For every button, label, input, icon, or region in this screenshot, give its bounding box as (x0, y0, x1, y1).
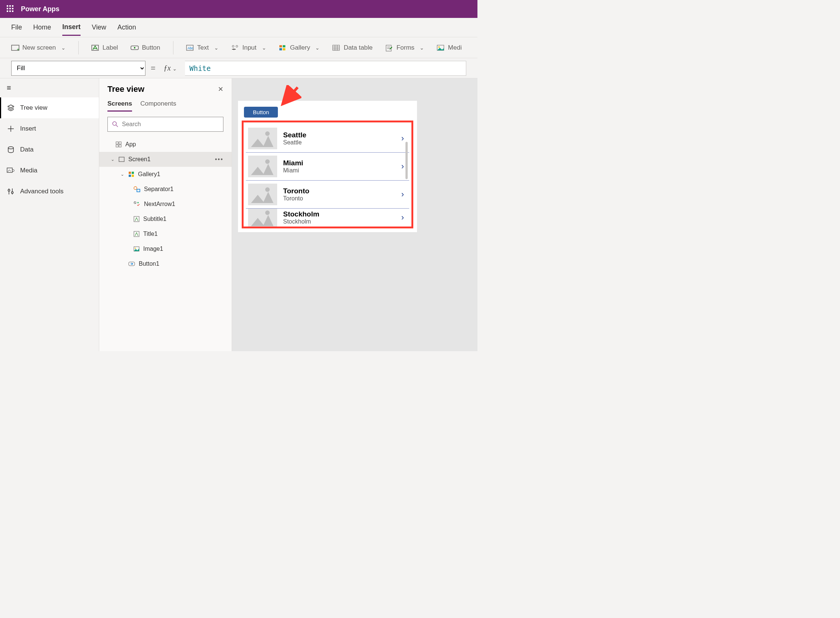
rail-tree-view[interactable]: Tree view (0, 97, 99, 118)
tree-node-gallery1[interactable]: ⌄ Gallery1 (99, 167, 232, 182)
media-rail-icon (7, 166, 15, 175)
gallery-item[interactable]: SeattleSeattle › (246, 125, 409, 153)
svg-text:Abc: Abc (188, 46, 194, 50)
ribbon-label[interactable]: Label (91, 44, 118, 52)
plus-icon (7, 125, 15, 133)
menu-bar: File Home Insert View Action (0, 18, 477, 37)
close-icon[interactable]: ✕ (218, 85, 224, 93)
tree-search-input[interactable] (122, 121, 219, 128)
ribbon-media-label: Medi (448, 44, 462, 52)
chevron-right-icon[interactable]: › (401, 134, 404, 143)
rail-item-label: Advanced tools (20, 188, 64, 195)
ribbon-input[interactable]: Input (231, 44, 266, 52)
ribbon-media[interactable]: Medi (437, 44, 462, 52)
ribbon-new-screen-label: New screen (22, 44, 56, 52)
menu-home[interactable]: Home (33, 20, 51, 35)
rail-insert[interactable]: Insert (0, 118, 99, 139)
app-title: Power Apps (21, 5, 59, 13)
svg-rect-38 (119, 145, 121, 147)
ribbon-datatable[interactable]: Data table (332, 44, 373, 52)
new-screen-icon: + (11, 45, 19, 51)
title-icon (133, 231, 139, 237)
waffle-icon[interactable] (7, 5, 14, 13)
gallery-item[interactable]: StockholmStockholm › (246, 209, 409, 227)
menu-view[interactable]: View (92, 20, 106, 35)
annotation-arrow-icon (279, 85, 301, 107)
tree-node-subtitle1[interactable]: Subtitle1 (99, 212, 232, 227)
gallery-node-icon (128, 171, 134, 177)
gallery-item-title: Toronto (283, 187, 309, 195)
svg-rect-12 (283, 45, 285, 48)
ribbon: + New screen Label Button Abc Text Input… (0, 37, 477, 58)
fx-button[interactable]: ƒx (161, 64, 180, 73)
rail-data[interactable]: Data (0, 139, 99, 160)
tree-node-nextarrow1[interactable]: NextArrow1 (99, 197, 232, 212)
chevron-down-icon[interactable]: ⌄ (110, 157, 115, 162)
app-screen[interactable]: Button SeattleSeattle › MiamiMiami › Tor… (238, 101, 417, 232)
ribbon-separator (173, 41, 173, 55)
media-icon (437, 45, 444, 51)
rail-media[interactable]: Media (0, 160, 99, 181)
rail-item-label: Insert (20, 125, 36, 132)
svg-point-51 (135, 248, 136, 249)
rail-advanced-tools[interactable]: Advanced tools (0, 181, 99, 202)
tree-node-label: Image1 (143, 245, 163, 252)
svg-rect-13 (279, 48, 282, 51)
tree-node-image1[interactable]: Image1 (99, 241, 232, 256)
ribbon-text[interactable]: Abc Text (186, 44, 219, 52)
ribbon-button[interactable]: Button (130, 44, 160, 52)
svg-rect-37 (116, 145, 118, 147)
tree-node-title1[interactable]: Title1 (99, 227, 232, 241)
canvas-gallery-control[interactable]: SeattleSeattle › MiamiMiami › TorontoTor… (242, 120, 413, 229)
gallery-item-title: Stockholm (283, 210, 319, 218)
svg-rect-41 (132, 172, 134, 174)
more-icon[interactable]: ••• (215, 156, 224, 163)
tree-node-app[interactable]: App (99, 137, 232, 152)
gallery-item[interactable]: TorontoToronto › (246, 181, 409, 209)
ribbon-new-screen[interactable]: + New screen (11, 44, 66, 52)
tree-node-button1[interactable]: Button1 (99, 256, 232, 271)
hamburger-icon[interactable]: ≡ (0, 78, 99, 97)
tree-node-screen1[interactable]: ⌄ Screen1 ••• (99, 152, 232, 167)
gallery-item-subtitle: Toronto (283, 195, 309, 202)
scrollbar[interactable] (406, 142, 408, 179)
canvas-button-control[interactable]: Button (244, 107, 278, 117)
menu-insert[interactable]: Insert (62, 19, 81, 36)
ribbon-label-text: Label (102, 44, 118, 52)
button-icon (130, 45, 138, 51)
svg-point-24 (438, 46, 440, 48)
svg-line-54 (284, 87, 298, 102)
tree-node-label: App (125, 141, 136, 148)
gallery-item-title: Miami (283, 159, 303, 167)
rail-item-label: Media (20, 167, 37, 174)
tree-node-separator1[interactable]: Separator1 (99, 182, 232, 197)
chevron-down-icon[interactable]: ⌄ (120, 172, 124, 177)
menu-file[interactable]: File (11, 20, 22, 35)
rail-item-label: Data (20, 146, 34, 153)
svg-rect-36 (119, 142, 121, 144)
tools-icon (7, 187, 15, 196)
svg-point-8 (236, 45, 238, 47)
menu-action[interactable]: Action (117, 20, 136, 35)
design-canvas[interactable]: Button SeattleSeattle › MiamiMiami › Tor… (232, 78, 477, 351)
search-icon (112, 121, 118, 127)
tree-search[interactable] (107, 117, 224, 132)
ribbon-forms[interactable]: Forms (385, 44, 424, 52)
tree-node-label: Title1 (143, 231, 158, 237)
svg-point-10 (233, 49, 235, 50)
svg-rect-45 (137, 189, 140, 192)
property-selector[interactable]: Fill (11, 61, 145, 76)
chevron-right-icon[interactable]: › (401, 213, 404, 223)
ribbon-gallery[interactable]: Gallery (279, 44, 320, 52)
gallery-item[interactable]: MiamiMiami › (246, 153, 409, 181)
svg-rect-42 (129, 175, 131, 177)
tree-tab-screens[interactable]: Screens (107, 97, 132, 111)
svg-rect-14 (283, 48, 285, 51)
chevron-right-icon[interactable]: › (401, 190, 404, 199)
tree-tab-components[interactable]: Components (140, 97, 176, 111)
ribbon-button-text: Button (142, 44, 160, 52)
chevron-right-icon[interactable]: › (401, 162, 404, 171)
formula-input[interactable] (185, 61, 466, 76)
image-icon (133, 246, 139, 251)
gallery-item-subtitle: Seattle (283, 139, 306, 146)
